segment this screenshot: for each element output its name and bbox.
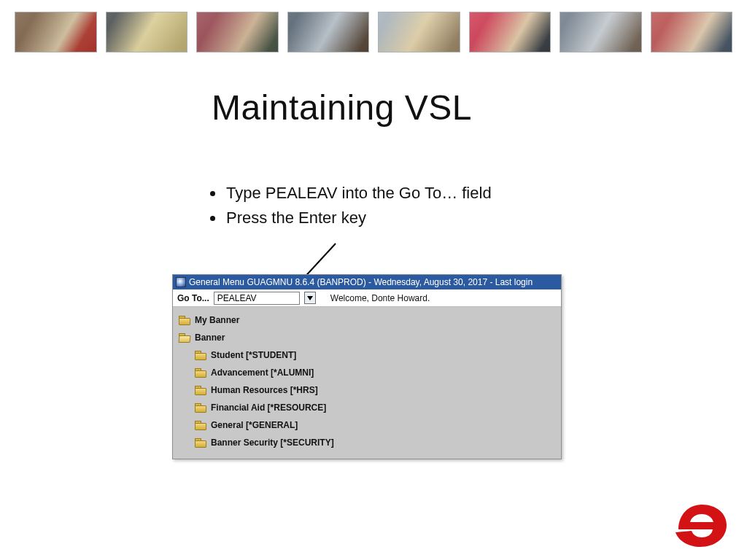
tree-label: Advancement [*ALUMNI] bbox=[211, 368, 314, 378]
tree-item-security[interactable]: Banner Security [*SECURITY] bbox=[195, 434, 555, 451]
tree-label: General [*GENERAL] bbox=[211, 420, 298, 430]
folder-icon bbox=[195, 386, 206, 395]
tree-label: Financial Aid [*RESOURCE] bbox=[211, 402, 326, 413]
folder-open-icon bbox=[179, 333, 190, 343]
welcome-text: Welcome, Donte Howard. bbox=[330, 293, 430, 303]
folder-icon bbox=[195, 438, 206, 448]
header-photo-strip bbox=[15, 12, 732, 52]
window-title-text: General Menu GUAGMNU 8.6.4 (BANPROD) - W… bbox=[189, 277, 533, 287]
tree-label: My Banner bbox=[195, 315, 239, 325]
goto-dropdown-button[interactable] bbox=[304, 292, 316, 304]
tree-item-my-banner[interactable]: My Banner bbox=[179, 311, 555, 329]
tree-item-general[interactable]: General [*GENERAL] bbox=[195, 416, 555, 434]
tree-item-banner[interactable]: Banner bbox=[179, 329, 555, 346]
brand-logo-e-icon bbox=[674, 503, 729, 548]
tree-label: Banner Security [*SECURITY] bbox=[211, 438, 334, 448]
tree-item-hr[interactable]: Human Resources [*HRS] bbox=[195, 381, 555, 399]
header-photo bbox=[196, 12, 279, 52]
folder-icon bbox=[195, 351, 206, 360]
instruction-item: Press the Enter key bbox=[225, 206, 492, 230]
header-photo bbox=[15, 12, 97, 52]
goto-bar: Go To... Welcome, Donte Howard. bbox=[173, 289, 561, 307]
tree-label: Banner bbox=[195, 332, 225, 343]
tree-label: Student [*STUDENT] bbox=[211, 350, 296, 360]
folder-icon bbox=[195, 368, 206, 378]
tree-item-financial-aid[interactable]: Financial Aid [*RESOURCE] bbox=[195, 399, 555, 416]
header-photo bbox=[469, 12, 551, 52]
header-photo bbox=[560, 12, 642, 52]
app-icon bbox=[176, 277, 186, 287]
banner-app-window: General Menu GUAGMNU 8.6.4 (BANPROD) - W… bbox=[172, 274, 562, 459]
svg-marker-2 bbox=[307, 296, 313, 300]
goto-label: Go To... bbox=[177, 293, 209, 303]
header-photo bbox=[106, 12, 188, 52]
instruction-item: Type PEALEAV into the Go To… field bbox=[225, 181, 492, 206]
goto-input[interactable] bbox=[214, 292, 300, 305]
chevron-down-icon bbox=[307, 296, 313, 300]
instruction-list: Type PEALEAV into the Go To… field Press… bbox=[204, 181, 492, 230]
folder-icon bbox=[195, 421, 206, 430]
tree-item-student[interactable]: Student [*STUDENT] bbox=[195, 346, 555, 364]
header-photo bbox=[378, 12, 460, 52]
tree-label: Human Resources [*HRS] bbox=[211, 385, 318, 395]
nav-tree: My Banner Banner Student [*STUDENT] Adva… bbox=[173, 307, 561, 459]
folder-icon bbox=[179, 316, 190, 325]
window-titlebar: General Menu GUAGMNU 8.6.4 (BANPROD) - W… bbox=[173, 275, 561, 289]
slide-title: Maintaining VSL bbox=[212, 88, 472, 128]
header-photo bbox=[287, 12, 370, 52]
folder-icon bbox=[195, 403, 206, 413]
tree-item-advancement[interactable]: Advancement [*ALUMNI] bbox=[195, 364, 555, 381]
header-photo bbox=[651, 12, 733, 52]
